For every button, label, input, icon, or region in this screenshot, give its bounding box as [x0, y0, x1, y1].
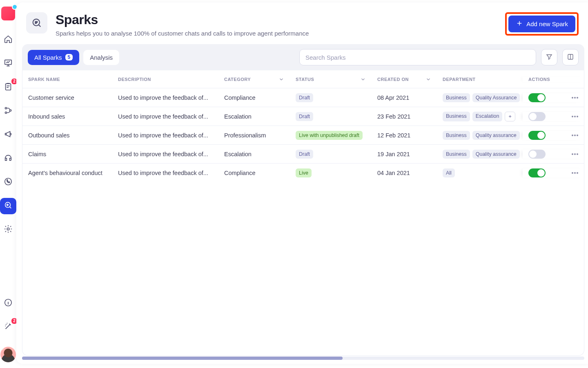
sparks-icon: [4, 201, 13, 211]
wand-icon: [4, 322, 13, 332]
cell-description: Used to improve the feedback of...: [112, 132, 218, 139]
nav-branch[interactable]: [0, 103, 16, 119]
row-more-button[interactable]: [572, 135, 578, 136]
nav-wand[interactable]: 2: [0, 319, 16, 335]
cell-department: BusinessQuality assurance: [437, 131, 523, 140]
cell-status: Draft: [290, 112, 372, 121]
cell-category: Professionalism: [218, 132, 290, 139]
page-title-icon: [26, 12, 47, 34]
row-toggle[interactable]: [528, 112, 546, 121]
svg-point-7: [7, 228, 9, 230]
cell-created: 19 Jan 2021: [372, 151, 437, 157]
col-name[interactable]: SPARK NAME: [22, 77, 112, 82]
cell-description: Used to improve the feedback of...: [112, 170, 218, 176]
page-header: Sparks Sparks helps you to analyse 100% …: [16, 2, 588, 44]
svg-point-2: [5, 107, 7, 109]
check-icon: [539, 170, 543, 175]
row-toggle[interactable]: [528, 131, 546, 140]
tab-analysis[interactable]: Analysis: [83, 50, 119, 65]
check-icon: [539, 132, 543, 137]
department-chip: Quality assurance: [472, 131, 520, 140]
row-toggle[interactable]: [528, 93, 546, 102]
department-chip: All: [443, 168, 455, 177]
department-chip: Escalation: [472, 112, 503, 121]
columns-button[interactable]: [562, 49, 579, 65]
nav-presentation[interactable]: [0, 56, 16, 72]
toolbar: All Sparks 5 Analysis: [22, 44, 584, 70]
col-status[interactable]: STATUS: [290, 76, 372, 82]
clipboard-icon: [4, 82, 13, 93]
row-more-button[interactable]: [572, 97, 578, 99]
nav-headset[interactable]: [0, 150, 16, 167]
add-spark-label: Add new Spark: [526, 20, 568, 27]
horizontal-scrollbar[interactable]: [22, 356, 584, 360]
col-category[interactable]: CATEGORY: [218, 76, 290, 82]
row-toggle[interactable]: [528, 150, 546, 159]
svg-rect-1: [6, 84, 11, 90]
branch-icon: [4, 106, 13, 117]
department-chip: Business: [443, 112, 470, 121]
cell-name: Inbound sales: [22, 113, 112, 120]
row-more-button[interactable]: [572, 172, 578, 174]
chevron-down-icon: [425, 76, 431, 82]
presentation-icon: [4, 58, 13, 69]
row-more-button[interactable]: [572, 116, 578, 117]
status-badge: Draft: [296, 150, 313, 159]
nav-home[interactable]: [0, 32, 16, 48]
status-badge: Live: [296, 168, 312, 177]
cell-department: BusinessQuality Assurance: [437, 93, 523, 102]
cell-status: Live: [290, 168, 372, 177]
nav-whatsapp[interactable]: [0, 174, 16, 191]
svg-point-3: [5, 112, 7, 113]
department-chip: Business: [443, 131, 470, 140]
cell-name: Claims: [22, 151, 112, 157]
info-icon: [4, 298, 13, 309]
cell-actions: [523, 93, 584, 102]
search-input[interactable]: [299, 49, 536, 65]
cell-created: 12 Feb 2021: [372, 132, 437, 139]
col-created[interactable]: CREATED ON: [372, 76, 437, 82]
table-row[interactable]: Inbound salesUsed to improve the feedbac…: [22, 107, 584, 126]
table-row[interactable]: ClaimsUsed to improve the feedback of...…: [22, 145, 584, 164]
table-head: SPARK NAME DESCRIPTION CATEGORY STATUS C…: [22, 70, 584, 88]
cell-category: Compliance: [218, 170, 290, 176]
check-icon: [539, 95, 543, 100]
department-chip: Business: [443, 93, 470, 102]
table-row[interactable]: Outbound salesUsed to improve the feedba…: [22, 126, 584, 145]
row-toggle[interactable]: [528, 168, 546, 177]
megaphone-icon: [4, 130, 13, 140]
cell-actions: [523, 150, 584, 159]
department-chip: Business: [443, 150, 470, 159]
tab-all-sparks-label: All Sparks: [34, 54, 62, 61]
cell-actions: [523, 112, 584, 121]
chevron-down-icon: [360, 76, 366, 82]
col-department[interactable]: DEPARTMENT: [437, 77, 523, 82]
user-avatar[interactable]: [0, 347, 16, 362]
add-spark-highlight: Add new Spark: [505, 12, 579, 36]
status-badge: Draft: [296, 93, 313, 102]
cell-created: 04 Jan 2021: [372, 170, 437, 176]
table-row[interactable]: Customer serviceUsed to improve the feed…: [22, 88, 584, 107]
table-row[interactable]: Agent's behavioural conductUsed to impro…: [22, 164, 584, 182]
nav-announce[interactable]: [0, 127, 16, 143]
row-more-button[interactable]: [572, 153, 578, 155]
tab-all-sparks[interactable]: All Sparks 5: [28, 50, 79, 65]
svg-point-4: [9, 110, 11, 111]
department-more-chip[interactable]: +: [505, 112, 515, 121]
department-chip: Quality Assurance: [472, 93, 520, 102]
nav-clipboard[interactable]: 2: [0, 79, 16, 96]
cell-category: Compliance: [218, 94, 290, 101]
cell-status: Draft: [290, 93, 372, 102]
nav-settings[interactable]: [0, 222, 16, 238]
sparks-table: SPARK NAME DESCRIPTION CATEGORY STATUS C…: [22, 70, 584, 356]
cell-category: Escalation: [218, 113, 290, 120]
nav-info[interactable]: [0, 295, 16, 312]
nav-sparks[interactable]: [0, 198, 16, 214]
add-spark-button[interactable]: Add new Spark: [508, 16, 575, 32]
cell-department: All: [437, 168, 523, 177]
col-description[interactable]: DESCRIPTION: [112, 77, 218, 82]
filter-button[interactable]: [541, 49, 557, 65]
page-subtitle: Sparks helps you to analyse 100% of cust…: [56, 30, 505, 37]
app-logo[interactable]: [1, 7, 15, 20]
status-badge: Draft: [296, 112, 313, 121]
